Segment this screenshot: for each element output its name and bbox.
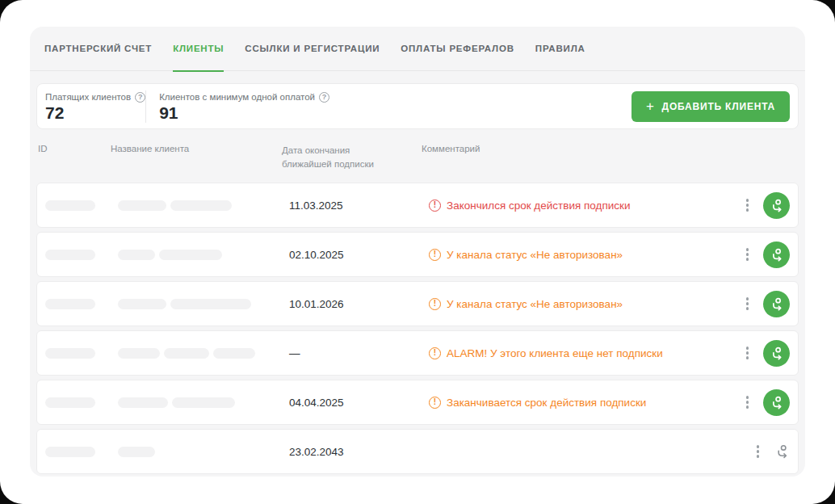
tab-referral-payments[interactable]: ОПЛАТЫ РЕФЕРАЛОВ — [401, 27, 514, 71]
warning-icon: ! — [429, 249, 441, 261]
row-menu-icon[interactable] — [745, 245, 751, 264]
client-name-placeholder — [118, 397, 289, 408]
add-client-button[interactable]: + ДОБАВИТЬ КЛИЕНТА — [631, 91, 790, 122]
id-placeholder — [45, 348, 95, 359]
stat-label: Платящих клиентов — [45, 92, 131, 102]
client-name-placeholder — [118, 200, 289, 211]
question-circle-icon[interactable]: ? — [135, 92, 145, 103]
tab-clients[interactable]: КЛИЕНТЫ — [173, 27, 224, 71]
subscription-end-date: 11.03.2025 — [289, 200, 429, 212]
row-menu-icon[interactable] — [745, 343, 751, 363]
tab-partner-account[interactable]: ПАРТНЕРСКИЙ СЧЕТ — [44, 27, 152, 71]
stats-card: Платящих клиентов ? 72 Клиентов с миниму… — [36, 83, 799, 129]
add-client-button-label: ДОБАВИТЬ КЛИЕНТА — [662, 101, 775, 112]
person-arrow-icon — [769, 346, 784, 361]
warning-icon: ! — [429, 347, 441, 359]
client-name-placeholder — [118, 299, 289, 309]
comment-cell: ! Заканчивается срок действия подписки — [429, 397, 715, 409]
comment-text: У канала статус «Не авторизован» — [447, 298, 623, 310]
subscription-end-date: — — [289, 347, 429, 359]
login-as-client-button[interactable] — [763, 192, 790, 219]
header-client-name: Название клиента — [111, 144, 282, 153]
stat-paying-clients: Платящих клиентов ? 72 — [37, 92, 145, 121]
id-placeholder — [45, 299, 95, 309]
stat-value: 91 — [159, 104, 329, 121]
login-as-client-button[interactable] — [763, 242, 790, 268]
header-subscription-end-date: Дата окончания ближайшей подписки — [282, 144, 422, 172]
table-row: 04.04.2025 ! Заканчивается срок действия… — [36, 380, 799, 425]
tab-bar: ПАРТНЕРСКИЙ СЧЕТ КЛИЕНТЫ ССЫЛКИ И РЕГИСТ… — [30, 27, 805, 71]
stat-label: Клиентов с минимум одной оплатой — [159, 92, 315, 102]
client-name-placeholder — [118, 348, 289, 359]
app-window: ПАРТНЕРСКИЙ СЧЕТ КЛИЕНТЫ ССЫЛКИ И РЕГИСТ… — [0, 0, 835, 504]
person-arrow-icon — [774, 443, 790, 460]
person-arrow-icon — [769, 247, 784, 262]
table-row: 11.03.2025 ! Закончился срок действия по… — [36, 183, 799, 228]
row-menu-icon[interactable] — [745, 195, 751, 215]
subscription-end-date: 02.10.2025 — [289, 249, 429, 261]
comment-cell: ! ALARM! У этого клиента еще нет подписк… — [429, 347, 715, 359]
person-arrow-icon — [769, 198, 784, 213]
warning-icon: ! — [429, 200, 441, 212]
login-as-client-button[interactable] — [774, 443, 790, 460]
comment-cell: ! У канала статус «Не авторизован» — [429, 298, 715, 310]
row-menu-icon[interactable] — [745, 393, 751, 412]
table-row: — ! ALARM! У этого клиента еще нет подпи… — [36, 330, 799, 376]
subscription-end-date: 04.04.2025 — [289, 397, 429, 409]
comment-text: Заканчивается срок действия подписки — [447, 397, 646, 409]
table-row: 02.10.2025 ! У канала статус «Не авториз… — [36, 232, 799, 277]
table-row: 23.02.2043 — [36, 429, 799, 474]
id-placeholder — [45, 447, 95, 457]
header-comment: Комментарий — [422, 144, 723, 153]
tab-rules[interactable]: ПРАВИЛА — [535, 27, 585, 71]
comment-text: У канала статус «Не авторизован» — [447, 249, 623, 261]
stat-value: 72 — [45, 104, 145, 121]
id-placeholder — [45, 250, 95, 260]
warning-icon: ! — [429, 298, 441, 310]
partner-panel: ПАРТНЕРСКИЙ СЧЕТ КЛИЕНТЫ ССЫЛКИ И РЕГИСТ… — [30, 27, 805, 477]
table-row: 10.01.2026 ! У канала статус «Не авториз… — [36, 281, 799, 326]
header-id: ID — [38, 144, 111, 153]
plus-icon: + — [646, 99, 655, 113]
login-as-client-button[interactable] — [763, 389, 790, 416]
table-header: ID Название клиента Дата окончания ближа… — [30, 129, 805, 183]
question-circle-icon[interactable]: ? — [319, 92, 329, 103]
id-placeholder — [45, 397, 95, 408]
stat-clients-one-payment: Клиентов с минимум одной оплатой ? 91 — [146, 92, 329, 121]
comment-text: ALARM! У этого клиента еще нет подписки — [447, 347, 663, 359]
comment-cell: ! Закончился срок действия подписки — [429, 200, 715, 212]
warning-icon: ! — [429, 397, 441, 409]
row-menu-icon[interactable] — [755, 442, 762, 461]
login-as-client-button[interactable] — [763, 291, 790, 317]
id-placeholder — [45, 200, 95, 211]
login-as-client-button[interactable] — [763, 340, 790, 367]
person-arrow-icon — [769, 296, 784, 312]
subscription-end-date: 10.01.2026 — [289, 298, 429, 310]
comment-text: Закончился срок действия подписки — [447, 200, 630, 212]
comment-cell: ! У канала статус «Не авторизован» — [429, 249, 715, 261]
row-menu-icon[interactable] — [745, 294, 751, 313]
client-name-placeholder — [118, 447, 289, 457]
client-name-placeholder — [118, 250, 289, 260]
person-arrow-icon — [769, 395, 784, 410]
subscription-end-date: 23.02.2043 — [289, 446, 429, 458]
tab-links-registrations[interactable]: ССЫЛКИ И РЕГИСТРАЦИИ — [245, 27, 380, 71]
